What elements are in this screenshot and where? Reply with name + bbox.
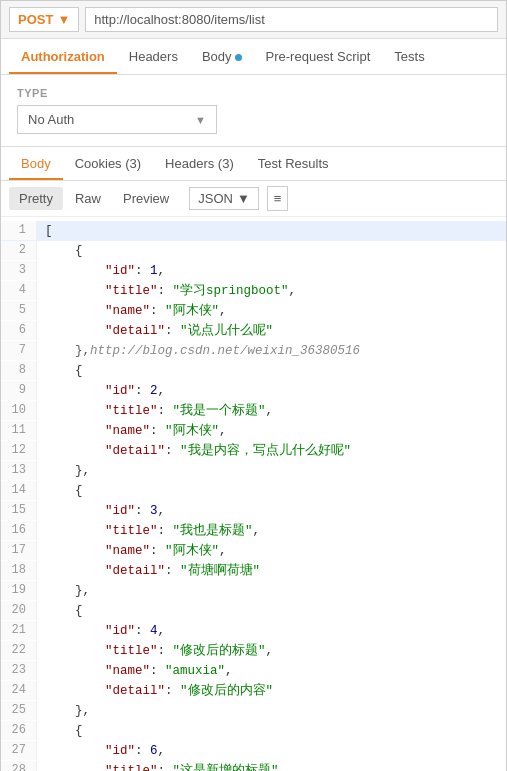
body-tab-bar: Body Cookies (3) Headers (3) Test Result… [1,147,506,181]
auth-select-value: No Auth [28,112,74,127]
url-input[interactable] [85,7,498,32]
json-line: 13 }, [1,461,506,481]
json-line: 21 "id": 4, [1,621,506,641]
wrap-button[interactable]: ≡ [267,186,289,211]
json-line: 19 }, [1,581,506,601]
json-line: 27 "id": 6, [1,741,506,761]
format-label: JSON [198,191,233,206]
json-line: 3 "id": 1, [1,261,506,281]
method-label: POST [18,12,53,27]
json-line: 16 "title": "我也是标题", [1,521,506,541]
json-line: 15 "id": 3, [1,501,506,521]
json-line: 14 { [1,481,506,501]
json-line: 17 "name": "阿木侠", [1,541,506,561]
tab-headers[interactable]: Headers [117,39,190,74]
json-line: 11 "name": "阿木侠", [1,421,506,441]
json-line: 20 { [1,601,506,621]
json-line: 4 "title": "学习springboot", [1,281,506,301]
body-tab-headers[interactable]: Headers (3) [153,147,246,180]
json-line: 12 "detail": "我是内容，写点儿什么好呢" [1,441,506,461]
json-line: 7 },http://blog.csdn.net/weixin_36380516 [1,341,506,361]
json-line: 1[ [1,221,506,241]
json-viewer: 1[2 {3 "id": 1,4 "title": "学习springboot"… [1,217,506,771]
json-line: 10 "title": "我是一个标题", [1,401,506,421]
body-dot-indicator [235,54,242,61]
method-chevron-icon: ▼ [57,12,70,27]
body-section: Body Cookies (3) Headers (3) Test Result… [1,146,506,771]
format-dropdown[interactable]: JSON ▼ [189,187,259,210]
response-toolbar: Pretty Raw Preview JSON ▼ ≡ [1,181,506,217]
json-line: 2 { [1,241,506,261]
auth-type-label: TYPE [17,87,490,99]
auth-section: TYPE No Auth ▼ [1,75,506,146]
json-line: 5 "name": "阿木侠", [1,301,506,321]
tab-tests[interactable]: Tests [382,39,436,74]
json-line: 8 { [1,361,506,381]
url-bar: POST ▼ [1,1,506,39]
json-line: 26 { [1,721,506,741]
tab-pre-request-script[interactable]: Pre-request Script [254,39,383,74]
method-button[interactable]: POST ▼ [9,7,79,32]
json-line: 28 "title": "这是新增的标题", [1,761,506,771]
top-tab-bar: Authorization Headers Body Pre-request S… [1,39,506,75]
json-line: 24 "detail": "修改后的内容" [1,681,506,701]
raw-button[interactable]: Raw [65,187,111,210]
body-tab-body[interactable]: Body [9,147,63,180]
preview-button[interactable]: Preview [113,187,179,210]
body-tab-cookies[interactable]: Cookies (3) [63,147,153,180]
json-line: 22 "title": "修改后的标题", [1,641,506,661]
tab-body[interactable]: Body [190,39,254,74]
format-chevron-icon: ▼ [237,191,250,206]
json-line: 23 "name": "amuxia", [1,661,506,681]
auth-select-dropdown[interactable]: No Auth ▼ [17,105,217,134]
json-line: 25 }, [1,701,506,721]
json-line: 6 "detail": "说点儿什么呢" [1,321,506,341]
body-tab-test-results[interactable]: Test Results [246,147,341,180]
tab-authorization[interactable]: Authorization [9,39,117,74]
pretty-button[interactable]: Pretty [9,187,63,210]
auth-chevron-icon: ▼ [195,114,206,126]
json-line: 9 "id": 2, [1,381,506,401]
json-line: 18 "detail": "荷塘啊荷塘" [1,561,506,581]
